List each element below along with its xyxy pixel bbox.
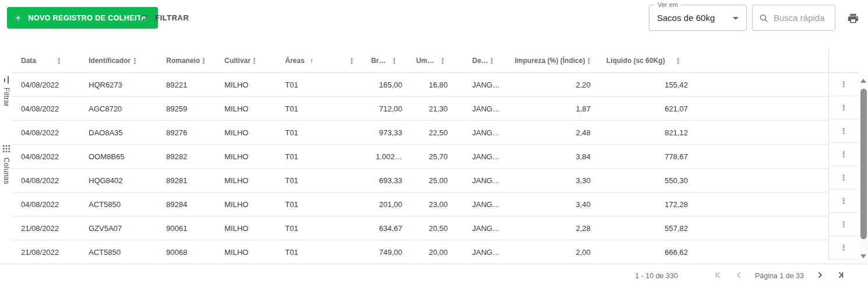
table-cell: JANG… bbox=[455, 224, 499, 233]
row-menu-icon[interactable]: ⋮ bbox=[840, 174, 848, 181]
table-cell: 778,67 bbox=[595, 152, 693, 161]
column-header[interactable]: Áreas↑⋮ bbox=[265, 49, 363, 72]
row-actions-cell: ⋮ bbox=[829, 120, 859, 143]
column-menu-icon[interactable]: ⋮ bbox=[488, 57, 496, 65]
column-header-label: Romaneio bbox=[166, 57, 200, 65]
table-body: 04/08/2022HQR627389221MILHOT01165,0016,8… bbox=[12, 73, 828, 264]
column-header[interactable]: Cultivar⋮ bbox=[206, 49, 265, 72]
table-cell: 749,00 bbox=[363, 248, 406, 257]
vertical-scrollbar[interactable] bbox=[859, 75, 868, 262]
column-menu-icon[interactable]: ⋮ bbox=[55, 57, 63, 65]
plus-icon: + bbox=[15, 13, 21, 23]
table-cell: 90068 bbox=[146, 248, 206, 257]
next-page-button[interactable] bbox=[814, 270, 825, 282]
table-cell: OOM8B65 bbox=[70, 152, 146, 161]
table-cell: 89281 bbox=[146, 176, 206, 185]
table-cell: ACT5850 bbox=[70, 200, 146, 209]
row-actions-cell: ⋮ bbox=[829, 236, 859, 260]
column-header[interactable]: Data⋮ bbox=[12, 49, 70, 72]
filter-button-label: FILTRAR bbox=[155, 13, 189, 22]
column-header[interactable]: Identificador⋮ bbox=[70, 49, 146, 72]
scroll-up-arrow[interactable] bbox=[860, 79, 866, 83]
table-row[interactable]: 04/08/2022HQG840289281MILHOT01693,3325,0… bbox=[12, 169, 828, 192]
column-header[interactable]: De…⋮ bbox=[455, 49, 499, 72]
column-menu-icon[interactable]: ⋮ bbox=[131, 57, 139, 65]
row-menu-icon[interactable]: ⋮ bbox=[840, 80, 848, 88]
scrollbar-thumb[interactable] bbox=[860, 89, 867, 239]
table-row[interactable]: 21/08/2022ACT585090068MILHOT01749,0020,0… bbox=[12, 240, 828, 264]
table-header-row: Data⋮Identificador⋮Romaneio⋮Cultivar⋮Áre… bbox=[12, 49, 828, 73]
printer-icon bbox=[847, 18, 859, 26]
column-header[interactable]: Um…⋮ bbox=[406, 49, 455, 72]
table-cell: 621,07 bbox=[595, 104, 693, 113]
table-row[interactable]: 04/08/2022DAO8A3589276MILHOT01973,3322,5… bbox=[12, 121, 828, 145]
new-harvest-record-label: NOVO REGISTRO DE COLHEITA bbox=[28, 14, 146, 22]
table-cell: MILHO bbox=[206, 200, 265, 209]
table-cell: MILHO bbox=[206, 224, 265, 233]
table-cell: 04/08/2022 bbox=[12, 80, 70, 89]
row-actions-cell: ⋮ bbox=[829, 190, 859, 213]
column-menu-icon[interactable]: ⋮ bbox=[674, 57, 682, 65]
table-cell: 712,00 bbox=[363, 104, 406, 113]
column-menu-icon[interactable]: ⋮ bbox=[348, 57, 356, 65]
column-header-label: Um… bbox=[416, 57, 434, 65]
dropdown-caret-icon bbox=[733, 17, 739, 20]
column-menu-icon[interactable]: ⋮ bbox=[585, 57, 593, 65]
table-cell: 89276 bbox=[146, 128, 206, 137]
table-cell: 21/08/2022 bbox=[12, 224, 70, 233]
table-row[interactable]: 04/08/2022AGC872089259MILHOT01712,0021,3… bbox=[12, 97, 828, 121]
table-cell: 3,84 bbox=[499, 152, 595, 161]
filter-icon bbox=[140, 15, 149, 20]
row-menu-icon[interactable]: ⋮ bbox=[840, 150, 848, 158]
row-actions-cell: ⋮ bbox=[829, 143, 859, 166]
quick-search-input[interactable] bbox=[772, 12, 830, 23]
side-panel-tab-colunas[interactable]: Colunas bbox=[0, 145, 12, 184]
table-cell: MILHO bbox=[206, 248, 265, 257]
side-panel-tab-filtrar[interactable]: Filtrar bbox=[0, 78, 12, 107]
previous-page-icon bbox=[733, 270, 744, 282]
table-cell: 25,00 bbox=[406, 176, 455, 185]
table-cell: JANG… bbox=[455, 104, 499, 113]
column-menu-icon[interactable]: ⋮ bbox=[391, 57, 398, 65]
column-header[interactable]: Impureza (%) (Índice)⋮ bbox=[499, 49, 595, 72]
table-cell: 2,20 bbox=[499, 80, 595, 89]
table-row[interactable]: 21/08/2022GZV5A0790061MILHOT01634,6720,5… bbox=[12, 216, 828, 240]
table-cell: MILHO bbox=[206, 128, 265, 137]
table-cell: 2,28 bbox=[499, 224, 595, 233]
scroll-down-arrow[interactable] bbox=[860, 254, 866, 258]
table-cell: 22,50 bbox=[406, 128, 455, 137]
side-panel-tab-filtrar-label: Filtrar bbox=[2, 88, 10, 107]
row-menu-icon[interactable]: ⋮ bbox=[840, 220, 848, 228]
column-header-label: Br… bbox=[371, 57, 386, 65]
table-cell: GZV5A07 bbox=[70, 224, 146, 233]
new-harvest-record-button[interactable]: + NOVO REGISTRO DE COLHEITA bbox=[7, 7, 158, 29]
row-menu-icon[interactable]: ⋮ bbox=[840, 127, 848, 135]
row-menu-icon[interactable]: ⋮ bbox=[840, 244, 848, 251]
table-row[interactable]: 04/08/2022ACT585089284MILHOT01201,0023,0… bbox=[12, 192, 828, 216]
table-cell: 04/08/2022 bbox=[12, 128, 70, 137]
table-row[interactable]: 04/08/2022HQR627389221MILHOT01165,0016,8… bbox=[12, 73, 828, 97]
row-menu-icon[interactable]: ⋮ bbox=[840, 104, 848, 111]
print-button[interactable] bbox=[846, 12, 859, 25]
table-cell: 634,67 bbox=[363, 224, 406, 233]
view-unit-select[interactable]: Ver em Sacos de 60kg bbox=[649, 5, 747, 31]
column-menu-icon[interactable]: ⋮ bbox=[251, 57, 258, 65]
table-cell: 04/08/2022 bbox=[12, 200, 70, 209]
last-page-button[interactable] bbox=[835, 270, 846, 282]
table-cell: 21/08/2022 bbox=[12, 248, 70, 257]
table-cell: 89282 bbox=[146, 152, 206, 161]
table-cell: 04/08/2022 bbox=[12, 152, 70, 161]
pagination-controls: Página 1 de 33 bbox=[708, 270, 851, 282]
column-menu-icon[interactable]: ⋮ bbox=[439, 57, 447, 65]
filter-button[interactable]: FILTRAR bbox=[140, 10, 189, 25]
table-cell: 16,80 bbox=[406, 80, 455, 89]
table-cell: 23,00 bbox=[406, 200, 455, 209]
table-row[interactable]: 04/08/2022OOM8B6589282MILHOT011.002…25,7… bbox=[12, 145, 828, 169]
column-header[interactable]: Líquido (sc 60Kg)⋮ bbox=[595, 49, 693, 72]
next-page-icon bbox=[814, 270, 825, 282]
column-header[interactable]: Br…⋮ bbox=[363, 49, 406, 72]
table-cell: 201,00 bbox=[363, 200, 406, 209]
data-grid: Data⋮Identificador⋮Romaneio⋮Cultivar⋮Áre… bbox=[12, 49, 828, 264]
column-header[interactable]: Romaneio⋮ bbox=[146, 49, 206, 72]
row-menu-icon[interactable]: ⋮ bbox=[840, 197, 848, 205]
